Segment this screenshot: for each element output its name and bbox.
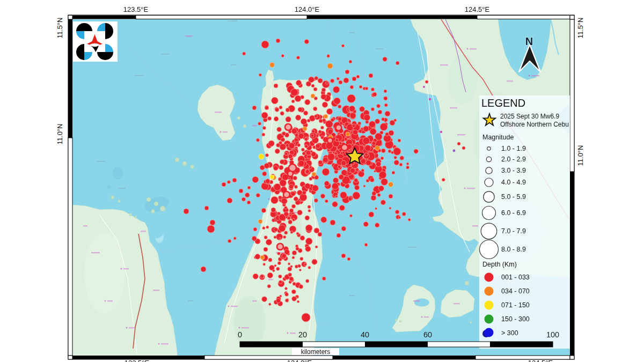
- svg-text:6.0 - 6.9: 6.0 - 6.9: [501, 209, 526, 217]
- svg-text:123.5°E: 123.5°E: [123, 5, 149, 13]
- svg-text:11.5°N: 11.5°N: [56, 18, 64, 39]
- svg-text:5.0 - 5.9: 5.0 - 5.9: [501, 193, 526, 201]
- svg-text:kilometers: kilometers: [301, 348, 331, 356]
- svg-text:034 - 070: 034 - 070: [501, 287, 530, 295]
- svg-text:N: N: [525, 35, 533, 47]
- svg-text:124.0°E: 124.0°E: [287, 359, 312, 362]
- svg-text:Depth (Km): Depth (Km): [482, 261, 517, 268]
- svg-text:11.0°N: 11.0°N: [56, 124, 64, 145]
- svg-text:150 - 300: 150 - 300: [501, 315, 530, 323]
- svg-text:LEGEND: LEGEND: [481, 97, 525, 109]
- svg-text:3.0 - 3.9: 3.0 - 3.9: [501, 167, 526, 174]
- svg-text:001 - 033: 001 - 033: [501, 274, 530, 281]
- svg-text:20: 20: [298, 330, 307, 339]
- svg-text:11.0°N: 11.0°N: [576, 145, 584, 166]
- svg-text:100: 100: [546, 330, 559, 339]
- svg-text:124.5°E: 124.5°E: [465, 5, 490, 13]
- svg-text:> 300: > 300: [501, 329, 518, 337]
- svg-text:2025 Sept 30 Mw6.9: 2025 Sept 30 Mw6.9: [500, 113, 559, 120]
- svg-text:8.0 - 8.9: 8.0 - 8.9: [501, 246, 526, 253]
- svg-text:7.0 - 7.9: 7.0 - 7.9: [501, 227, 526, 235]
- svg-text:0: 0: [238, 330, 242, 339]
- svg-text:Offshore Northern Cebu: Offshore Northern Cebu: [500, 121, 569, 128]
- svg-text:4.0 - 4.9: 4.0 - 4.9: [501, 179, 526, 186]
- svg-text:124.5°E: 124.5°E: [528, 359, 553, 362]
- svg-text:1.0 - 1.9: 1.0 - 1.9: [501, 145, 526, 152]
- svg-text:11.5°N: 11.5°N: [576, 18, 584, 39]
- svg-text:2.0 - 2.9: 2.0 - 2.9: [501, 156, 526, 163]
- svg-text:60: 60: [423, 330, 432, 339]
- svg-text:40: 40: [361, 330, 369, 339]
- svg-text:Magnitude: Magnitude: [482, 134, 514, 141]
- svg-text:071 - 150: 071 - 150: [501, 301, 530, 309]
- svg-text:124.0°E: 124.0°E: [295, 5, 320, 13]
- svg-text:123.5°E: 123.5°E: [125, 359, 150, 362]
